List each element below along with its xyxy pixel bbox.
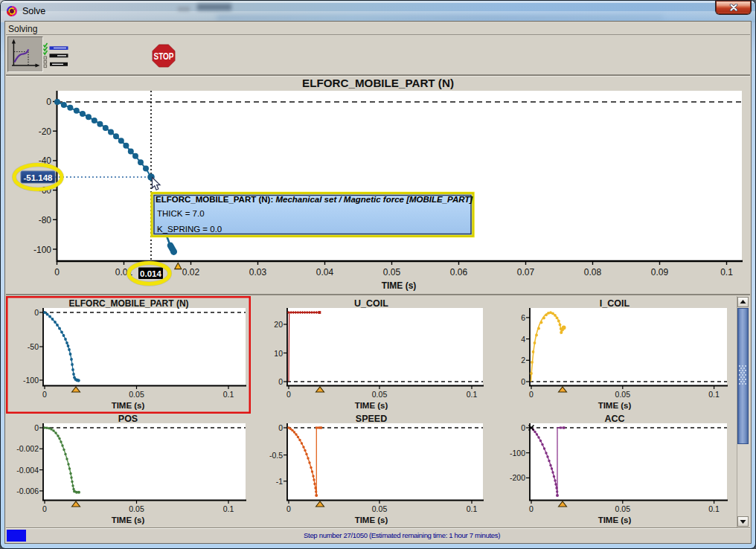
- svg-text:0.1: 0.1: [223, 504, 234, 513]
- svg-text:-20: -20: [39, 126, 52, 137]
- svg-text:0.1: 0.1: [467, 390, 478, 399]
- svg-text:U_COIL: U_COIL: [354, 298, 388, 309]
- svg-text:0: 0: [278, 423, 283, 432]
- svg-text:-51.148: -51.148: [23, 173, 53, 182]
- svg-text:0: 0: [278, 377, 283, 386]
- svg-text:0: 0: [34, 423, 39, 432]
- svg-text:TIME (s): TIME (s): [598, 401, 632, 410]
- svg-text:I_COIL: I_COIL: [600, 298, 630, 309]
- svg-text:0: 0: [46, 97, 51, 107]
- svg-text:0.1: 0.1: [720, 267, 733, 277]
- svg-text:0.014: 0.014: [140, 269, 161, 278]
- svg-text:-100: -100: [23, 376, 39, 385]
- svg-text:2: 2: [521, 356, 525, 365]
- svg-text:-0.002: -0.002: [16, 444, 39, 453]
- svg-text:0: 0: [42, 504, 47, 513]
- svg-text:0.02: 0.02: [182, 267, 200, 277]
- svg-text:6: 6: [521, 313, 525, 322]
- svg-text:-0.5: -0.5: [269, 451, 283, 460]
- svg-text:0.04: 0.04: [316, 267, 334, 277]
- svg-text:0.1: 0.1: [708, 390, 720, 399]
- svg-text:STOP: STOP: [154, 51, 174, 62]
- svg-text:0: 0: [42, 390, 47, 399]
- svg-text:ACC: ACC: [604, 414, 624, 424]
- svg-text:ELFORC_MOBILE_PART (N): Mechan: ELFORC_MOBILE_PART (N): Mechanical set /…: [156, 195, 473, 204]
- svg-text:0: 0: [521, 423, 525, 432]
- svg-text:ELFORC_MOBILE_PART (N): ELFORC_MOBILE_PART (N): [68, 298, 188, 309]
- svg-text:0.05: 0.05: [372, 504, 388, 513]
- svg-text:0.1: 0.1: [708, 504, 720, 513]
- svg-text:0: 0: [521, 377, 525, 386]
- svg-text:-1: -1: [276, 477, 283, 486]
- svg-text:0.08: 0.08: [584, 267, 602, 277]
- svg-text:0.06: 0.06: [450, 267, 468, 277]
- svg-text:-50: -50: [28, 342, 39, 351]
- svg-text:K_SPRING = 0.0: K_SPRING = 0.0: [157, 225, 222, 234]
- svg-text:TIME (s): TIME (s): [112, 401, 145, 410]
- svg-text:10: 10: [274, 349, 283, 358]
- svg-text:ELFORC_MOBILE_PART (N): ELFORC_MOBILE_PART (N): [302, 77, 454, 89]
- svg-text:0.05: 0.05: [129, 390, 144, 399]
- svg-text:0: 0: [529, 504, 534, 513]
- svg-text:0: 0: [54, 267, 60, 277]
- svg-text:0.05: 0.05: [383, 267, 401, 277]
- svg-text:4: 4: [521, 335, 525, 344]
- svg-text:-80: -80: [39, 215, 52, 225]
- svg-text:0: 0: [529, 390, 534, 399]
- svg-text:20: 20: [274, 320, 283, 329]
- svg-text:-0.004: -0.004: [16, 466, 39, 475]
- svg-text:0: 0: [34, 308, 39, 317]
- svg-text:TIME (s): TIME (s): [112, 516, 145, 524]
- svg-text:0.1: 0.1: [467, 504, 478, 513]
- svg-text:THICK = 7.0: THICK = 7.0: [157, 209, 205, 218]
- svg-text:0.1: 0.1: [223, 390, 234, 399]
- svg-text:TIME (s): TIME (s): [355, 516, 388, 524]
- svg-text:0.05: 0.05: [129, 504, 144, 513]
- svg-text:POS: POS: [118, 414, 138, 424]
- svg-text:-100: -100: [33, 245, 51, 255]
- svg-text:0.03: 0.03: [249, 267, 267, 277]
- svg-text:TIME (s): TIME (s): [598, 516, 632, 524]
- svg-text:0.09: 0.09: [651, 267, 669, 277]
- svg-text:-0.006: -0.006: [16, 487, 39, 495]
- svg-text:TIME (s): TIME (s): [355, 401, 388, 410]
- svg-text:-100: -100: [510, 449, 525, 458]
- svg-text:0: 0: [286, 504, 291, 513]
- svg-text:0: 0: [286, 390, 291, 399]
- svg-text:0.05: 0.05: [615, 504, 631, 513]
- svg-text:0.07: 0.07: [517, 267, 535, 277]
- svg-text:TIME (s): TIME (s): [382, 280, 417, 291]
- svg-text:0.05: 0.05: [372, 390, 388, 399]
- svg-text:SPEED: SPEED: [356, 414, 387, 424]
- svg-text:0.05: 0.05: [615, 390, 631, 399]
- svg-text:-200: -200: [510, 473, 525, 482]
